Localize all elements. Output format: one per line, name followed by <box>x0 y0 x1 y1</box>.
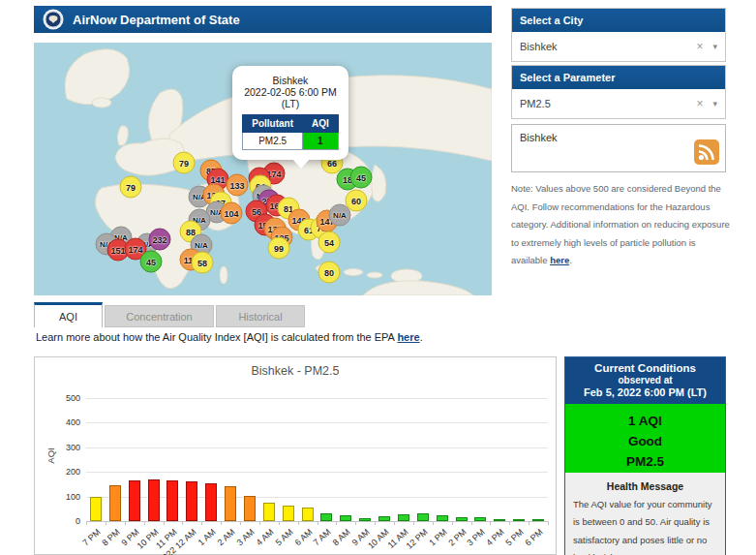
chart-bar[interactable] <box>302 508 314 521</box>
map-marker[interactable]: 79 <box>173 152 196 174</box>
chart-x-tick <box>394 521 395 525</box>
chart-y-tick-label: 200 <box>47 467 80 477</box>
chart-x-tick <box>164 521 165 525</box>
chart-x-tick <box>336 521 337 525</box>
popup-aqi-value: 1 <box>303 133 339 150</box>
map-marker[interactable]: 99 <box>268 237 290 260</box>
chart-bar[interactable] <box>129 480 140 521</box>
observed-at-value: Feb 5, 2022 6:00 PM (LT) <box>569 386 721 398</box>
chart-gridline <box>86 447 548 448</box>
chart-x-tick <box>413 521 414 525</box>
chart-bar[interactable] <box>205 483 217 521</box>
map-marker[interactable]: 45 <box>140 251 163 273</box>
chart-bar[interactable] <box>378 516 390 521</box>
chart-bar[interactable] <box>474 517 486 521</box>
popup-datetime: 2022-02-05 6:00 PM <box>237 86 344 98</box>
current-conditions-title: Current Conditions <box>569 362 721 374</box>
chart-bar[interactable] <box>398 514 409 521</box>
city-clear-icon[interactable]: × <box>696 40 703 53</box>
learn-more-here-link[interactable]: here <box>397 331 419 343</box>
health-message-text: The AQI value for your community is betw… <box>573 496 717 555</box>
city-panel-title: Select a City <box>512 9 725 32</box>
map-marker[interactable]: 54 <box>318 231 341 254</box>
note-here-link[interactable]: here <box>550 255 569 265</box>
parameter-clear-icon[interactable]: × <box>696 97 703 110</box>
city-dropdown-caret-icon[interactable]: ▾ <box>712 42 717 51</box>
chart-y-tick-label: 100 <box>47 492 80 502</box>
chart-bar[interactable] <box>456 517 468 521</box>
app-header: AirNow Department of State <box>34 6 492 33</box>
map-marker[interactable]: 45 <box>350 167 373 189</box>
chart-x-tick <box>259 521 260 525</box>
chart-bar[interactable] <box>166 480 178 521</box>
current-conditions-header: Current Conditions observed at Feb 5, 20… <box>565 357 725 404</box>
map-marker[interactable]: 80 <box>318 262 341 284</box>
parameter-panel-title: Select a Parameter <box>512 66 725 89</box>
rss-feed-icon[interactable] <box>694 139 719 167</box>
popup-col-pollutant: Pollutant <box>243 115 303 133</box>
map-marker[interactable]: 79 <box>120 176 142 199</box>
chart-y-tick-label: 500 <box>47 393 80 403</box>
parameter-select[interactable]: PM2.5 × ▾ <box>512 89 725 118</box>
chart-x-tick <box>298 521 299 525</box>
map-popup: Bishkek 2022-02-05 6:00 PM (LT) Pollutan… <box>232 66 348 160</box>
chart-bar[interactable] <box>90 497 102 521</box>
chart-bar[interactable] <box>244 496 256 521</box>
aqi-status-box: 1 AQI Good PM2.5 <box>565 404 725 473</box>
feed-box: Bishkek <box>511 124 726 172</box>
chart-bar[interactable] <box>513 519 525 521</box>
chart-bar[interactable] <box>437 515 448 521</box>
map-marker[interactable]: 58 <box>192 252 214 274</box>
parameter-dropdown-caret-icon[interactable]: ▾ <box>712 99 717 108</box>
tab-bar: AQI Concentration Historical <box>34 302 305 327</box>
chart-bar[interactable] <box>186 481 197 521</box>
chart-x-tick <box>355 521 356 525</box>
chart-x-tick <box>279 521 280 525</box>
chart-bar[interactable] <box>225 486 236 521</box>
aqi-category: Good <box>565 432 725 452</box>
popup-city: Bishkek <box>237 75 344 86</box>
chart-x-tick <box>471 521 472 525</box>
tab-concentration[interactable]: Concentration <box>105 305 214 327</box>
city-select-value: Bishkek <box>520 41 696 52</box>
chart-bar[interactable] <box>109 485 121 521</box>
chart-bar[interactable] <box>283 506 294 521</box>
map-marker[interactable]: 104 <box>221 202 243 225</box>
chart-x-tick <box>452 521 453 525</box>
airnow-page: AirNow Department of State <box>0 0 756 555</box>
chart-bar[interactable] <box>320 513 332 521</box>
tab-aqi[interactable]: AQI <box>34 302 103 327</box>
chart-bar[interactable] <box>359 518 371 521</box>
map-marker[interactable]: 133 <box>227 174 249 197</box>
feed-box-text: Bishkek <box>520 132 558 143</box>
learn-more-body: Learn more about how the Air Quality Ind… <box>36 331 397 343</box>
aqi-value: 1 AQI <box>565 412 725 432</box>
chart-x-tick <box>86 521 87 525</box>
chart-bar[interactable] <box>263 503 275 521</box>
chart-x-tick <box>221 521 222 525</box>
chart-y-tick-label: 300 <box>47 443 80 452</box>
state-department-seal-icon <box>43 9 64 30</box>
chart-x-tick <box>548 521 549 525</box>
note-text-period: . <box>569 255 572 265</box>
chart-bar[interactable] <box>532 519 544 521</box>
tab-historical[interactable]: Historical <box>216 305 305 327</box>
health-message-title: Health Message <box>573 480 717 492</box>
chart-x-tick <box>125 521 126 525</box>
map-marker[interactable]: 60 <box>346 190 368 212</box>
aqi-parameter: PM2.5 <box>565 452 725 473</box>
map-marker[interactable]: 232 <box>149 229 171 251</box>
chart-x-tick <box>375 521 376 525</box>
city-select[interactable]: Bishkek × ▾ <box>512 32 725 61</box>
chart-bar[interactable] <box>417 513 429 521</box>
chart-bar[interactable] <box>148 479 160 521</box>
aqi-world-map[interactable]: 797987141133N/A13097N/A104N/A88N/AN/AN/A… <box>34 43 492 295</box>
chart-x-tick <box>240 521 241 525</box>
chart-bar[interactable] <box>494 519 505 521</box>
note-text: Note: Values above 500 are considered Be… <box>511 180 730 270</box>
app-title: AirNow Department of State <box>73 13 240 27</box>
chart-bar[interactable] <box>340 515 351 521</box>
popup-pollutant-value: PM2.5 <box>243 133 303 150</box>
popup-col-aqi: AQI <box>303 115 339 133</box>
chart-x-tick <box>106 521 106 525</box>
